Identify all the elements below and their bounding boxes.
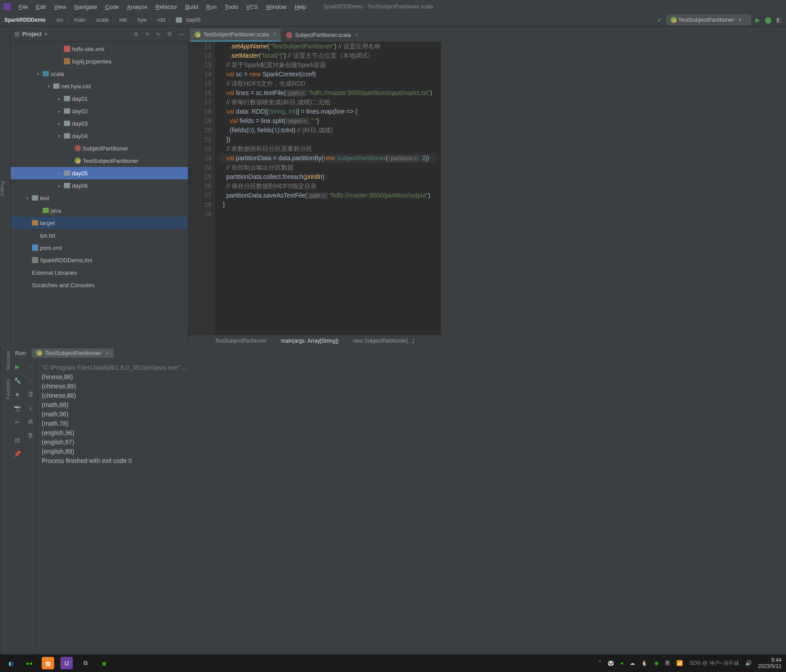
down-icon[interactable]: ↓ [29,377,32,383]
menu-tools[interactable]: Tools [221,2,242,12]
stop-icon[interactable]: ■ [16,391,19,398]
clock[interactable]: 9:44 2023/5/11 [758,657,782,669]
tray-qq-icon[interactable]: 🐧 [641,660,648,666]
menu-run[interactable]: Run [202,2,220,12]
menu-window[interactable]: Window [262,2,290,12]
tree-item-pom.xml[interactable]: pom.xml [11,241,188,254]
editor-crumb[interactable]: main(args: Array[String]) [281,338,339,344]
soft-wrap-icon[interactable]: ⇶ [28,391,33,397]
coverage-icon[interactable]: ◧ [776,16,782,23]
menu-vcs[interactable]: VCS [242,2,262,12]
dump-icon[interactable]: 📷 [14,405,21,411]
menu-view[interactable]: View [50,2,70,12]
pin-icon[interactable]: 📌 [14,451,21,457]
tree-item-scala[interactable]: ▾scala [11,67,188,80]
close-icon[interactable]: × [273,32,276,38]
menu-help[interactable]: Help [291,2,310,12]
breadcrumb[interactable]: SparkRDDDemo〉src〉main〉scala〉net〉hyw〉rdd〉… [4,16,201,24]
locate-icon[interactable]: ⊕ [134,31,139,37]
wrench-icon[interactable]: 🔧 [14,377,21,384]
up-icon[interactable]: ↑ [29,363,32,370]
tray-chevron-icon[interactable]: ˄ [599,660,601,666]
layout-icon[interactable]: ▤ [15,437,20,443]
tree-item-SparkRDDDemo.iml[interactable]: SparkRDDDemo.iml [11,254,188,266]
collapse-icon[interactable]: ≒ [156,31,161,37]
clear-icon[interactable]: 🗑 [28,432,33,439]
expand-icon[interactable]: ≑ [145,31,150,37]
crumb-main[interactable]: main [74,17,86,23]
editor-gutter[interactable]: 11121314151617181920212223242526272829 [188,42,215,335]
run-tab[interactable]: TestSubjectPartitioner × [32,348,113,358]
crumb-hyw[interactable]: hyw [137,17,147,23]
tree-item-net.hyw.rdd[interactable]: ▾net.hyw.rdd [11,80,188,92]
tree-item-day04[interactable]: ▾day04 [11,130,188,142]
scroll-end-icon[interactable]: ⤓ [28,404,33,411]
app-icon-green[interactable]: ◉ [98,657,110,669]
tree-item-day02[interactable]: ▸day02 [11,105,188,117]
tree-item-day03[interactable]: ▸day03 [11,117,188,130]
menu-build[interactable]: Build [182,2,202,12]
tray-panda-icon[interactable]: 🐼 [607,660,614,666]
wechat-icon[interactable]: ●● [23,657,36,669]
intellij-icon[interactable]: IJ [60,657,73,669]
tree-item-day06[interactable]: ▸day06 [11,179,188,192]
tree-item-ips.txt[interactable]: ips.txt [11,229,188,241]
tree-item-External Libraries[interactable]: External Libraries [11,266,188,279]
tree-item-java[interactable]: java [11,204,188,217]
crumb-day05[interactable]: day05 [186,17,201,23]
print-icon[interactable]: 🖶 [28,418,33,425]
close-icon[interactable]: × [355,32,358,38]
tree-item-TestSubjectPartitioner[interactable]: TestSubjectPartitioner [11,154,188,167]
tray-security-icon[interactable]: ◉ [654,660,659,666]
wifi-icon[interactable]: 📶 [676,660,683,666]
rerun-icon[interactable]: ▶ [15,363,20,370]
editor-tab-SubjectPartitioner.scala[interactable]: SubjectPartitioner.scala× [282,28,362,42]
run-console[interactable]: "C:\Program Files\Java\jdk1.8.0_351\bin\… [37,346,786,657]
project-tree[interactable]: hdfs-site.xmllog4j.properties▾scala▾net.… [11,42,188,346]
tray-wechat-icon[interactable]: ● [620,660,623,666]
start-icon[interactable]: ◐ [4,657,17,669]
debug-icon[interactable]: ⬤ [765,16,772,24]
crumb-src[interactable]: src [56,17,64,23]
menu-file[interactable]: File [15,2,32,12]
tree-item-log4j.properties[interactable]: log4j.properties [11,55,188,67]
run-config-select[interactable]: TestSubjectPartitioner ▾ [667,15,751,25]
run-icon[interactable]: ▶ [755,16,760,24]
structure-tab[interactable]: Structure [0,351,11,371]
ime-label[interactable]: 英 [665,660,670,667]
menu-code[interactable]: Code [102,2,123,12]
menu-refactor[interactable]: Refactor [152,2,181,12]
code-area[interactable]: .setAppName("TestSubjectPartitioner") //… [215,42,441,335]
crumb-scala[interactable]: scala [96,17,109,23]
crumb-rdd[interactable]: rdd [158,17,165,23]
editor-tab-TestSubjectPartitioner.scala[interactable]: TestSubjectPartitioner.scala× [190,28,281,42]
tree-item-hdfs-site.xml[interactable]: hdfs-site.xml [11,43,188,55]
tree-item-test[interactable]: ▾test [11,192,188,204]
left-stripe-top[interactable]: Project [0,27,11,346]
menu-navigate[interactable]: Navigate [71,2,100,12]
tree-item-day01[interactable]: ▸day01 [11,92,188,105]
settings-icon[interactable]: ⚙ [167,31,172,37]
tree-item-SubjectPartitioner[interactable]: SubjectPartitioner [11,142,188,154]
crumb-net[interactable]: net [119,17,127,23]
hide-icon[interactable]: — [179,31,184,37]
task-view-icon[interactable]: ⧉ [79,657,91,669]
vm-icon[interactable]: ▦ [42,657,54,669]
crumb-SparkRDDDemo[interactable]: SparkRDDDemo [4,17,46,23]
left-stripe-bottom[interactable]: Favorites Structure [0,346,11,657]
tree-item-target[interactable]: target [11,217,188,229]
windows-taskbar[interactable]: ◐ ●● ▦ IJ ⧉ ◉ ˄ 🐼 ● ☁ 🐧 ◉ 英 📶 SDN @ 坤户~演… [0,654,786,672]
project-tab[interactable]: Project [0,181,5,196]
editor-crumb[interactable]: TestSubjectPartitioner [215,338,267,344]
close-icon[interactable]: × [106,350,109,356]
editor-breadcrumb[interactable]: TestSubjectPartitioner〉main(args: Array[… [188,335,441,346]
tree-item-day05[interactable]: ▸day05 [11,167,188,179]
editor-crumb[interactable]: new SubjectPartitioner(...) [353,338,414,344]
exit-icon[interactable]: ⇤ [15,419,20,425]
menu-analyze[interactable]: Analyze [123,2,151,12]
volume-icon[interactable]: 🔊 [745,660,752,666]
tray-cloud-icon[interactable]: ☁ [630,660,635,666]
build-icon[interactable]: ⇙ [657,16,662,23]
menu-edit[interactable]: Edit [32,2,49,12]
tree-item-Scratches and Consoles[interactable]: Scratches and Consoles [11,279,188,291]
